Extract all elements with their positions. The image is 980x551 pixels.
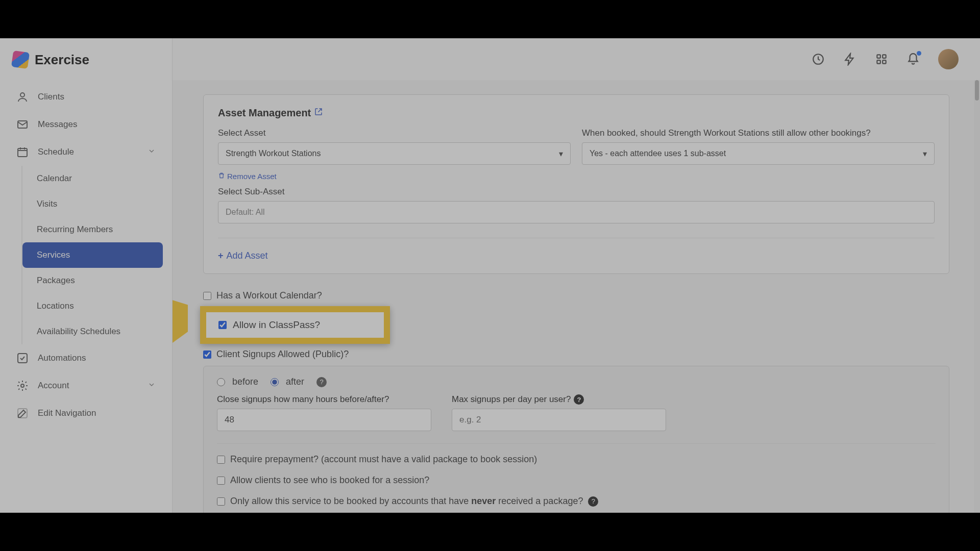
clock-icon[interactable] [812,53,825,66]
select-asset-value: Strength Workout Stations [226,149,321,158]
svg-point-4 [21,384,24,387]
svg-rect-7 [877,55,880,58]
nav-messages[interactable]: Messages [9,111,163,138]
nav-label: Locations [37,301,74,311]
content: Asset Management Select Asset Strength W… [173,80,980,513]
nav-visits[interactable]: Visits [22,191,163,217]
trash-icon [218,172,225,181]
nav-label: Visits [37,199,57,209]
caret-down-icon: ▾ [923,149,927,159]
check-square-icon [16,352,29,364]
help-icon[interactable]: ? [588,496,598,507]
nav-recurring-members[interactable]: Recurring Members [22,217,163,242]
svg-rect-5 [18,409,27,418]
svg-rect-3 [18,354,27,363]
nav-edit-navigation[interactable]: Edit Navigation [9,399,163,427]
arrow-annotation-icon [173,258,188,360]
topbar [173,38,980,80]
chevron-down-icon [148,381,156,391]
scrollbar[interactable] [974,80,980,513]
nav-services[interactable]: Services [22,242,163,268]
svg-rect-2 [18,148,27,157]
select-asset-dropdown[interactable]: Strength Workout Stations ▾ [218,142,571,165]
bolt-icon[interactable] [843,53,856,66]
caret-down-icon: ▾ [559,149,563,159]
help-icon[interactable]: ? [316,377,327,387]
classpass-label: Allow in ClassPass? [233,319,320,331]
prepayment-checkbox[interactable] [217,456,225,464]
brand: Exercise [0,38,172,83]
max-signups-input[interactable] [452,409,666,431]
nav-label: Clients [38,92,64,102]
svg-point-0 [20,93,24,97]
never-pre: Only allow this service to be booked by … [230,496,471,506]
classpass-checkbox[interactable] [218,321,227,329]
user-icon [16,91,29,103]
client-signups-label: Client Signups Allowed (Public)? [216,349,349,360]
svg-rect-8 [883,55,886,58]
svg-rect-9 [877,60,880,64]
avatar[interactable] [938,49,959,69]
booking-dropdown[interactable]: Yes - each attendee uses 1 sub-asset ▾ [582,142,935,165]
nav-availability[interactable]: Availability Schedules [22,319,163,344]
prepayment-label: Require prepayment? (account must have a… [230,454,537,465]
calendar-icon [16,146,29,158]
who-booked-row: Allow clients to see who is booked for a… [217,475,936,486]
nav-label: Schedule [38,147,74,157]
after-radio[interactable] [271,378,279,386]
workout-calendar-label: Has a Workout Calendar? [216,290,322,301]
workout-calendar-row: Has a Workout Calendar? [203,290,949,301]
nav-label: Calendar [37,173,72,184]
close-signups-label: Close signups how many hours before/afte… [217,394,431,405]
panel-title-text: Asset Management [218,107,311,119]
nav-packages[interactable]: Packages [22,268,163,293]
never-post: received a package? [496,496,583,506]
remove-asset-link[interactable]: Remove Asset [218,172,571,181]
never-package-row: Only allow this service to be booked by … [217,496,936,507]
brand-name: Exercise [35,52,89,68]
bell-icon[interactable] [906,53,920,66]
envelope-icon [16,118,29,131]
after-label: after [286,377,304,387]
before-label: before [232,377,258,387]
workout-calendar-checkbox[interactable] [203,292,211,300]
add-asset-link[interactable]: + Add Asset [218,251,268,261]
client-signups-row: Client Signups Allowed (Public)? [203,349,949,360]
help-icon[interactable]: ? [574,394,584,405]
nav-label: Messages [38,119,77,130]
external-link-icon[interactable] [314,107,323,119]
brand-logo-icon [11,51,30,69]
classpass-row: Allow in ClassPass? [200,306,390,344]
client-signups-checkbox[interactable] [203,350,211,359]
remove-asset-text: Remove Asset [227,172,277,181]
classpass-highlight: Allow in ClassPass? [200,306,949,344]
panel-title: Asset Management [218,107,935,119]
nav-account[interactable]: Account [9,372,163,399]
close-signups-input[interactable] [217,409,431,431]
select-sub-asset-input[interactable]: Default: All [218,201,935,223]
never-package-checkbox[interactable] [217,497,225,506]
before-radio[interactable] [217,378,225,386]
nav-label: Packages [37,276,75,286]
nav-clients[interactable]: Clients [9,83,163,111]
nav-label: Recurring Members [37,224,113,235]
nav-automations[interactable]: Automations [9,344,163,372]
before-after-row: before after ? [217,377,936,387]
scrollbar-thumb[interactable] [975,80,979,101]
who-booked-checkbox[interactable] [217,477,225,485]
nav-label: Availability Schedules [37,327,120,337]
nav-schedule[interactable]: Schedule [9,138,163,166]
nav-calendar[interactable]: Calendar [22,166,163,191]
apps-grid-icon[interactable] [875,53,888,66]
svg-rect-10 [883,60,886,64]
add-asset-text: Add Asset [227,251,268,261]
nav-locations[interactable]: Locations [22,293,163,319]
max-signups-text: Max signups per day per user? [452,394,571,405]
booking-question-label: When booked, should Strength Workout Sta… [582,128,935,138]
chevron-down-icon [148,147,156,158]
nav-schedule-sub: Calendar Visits Recurring Members Servic… [21,166,163,344]
nav-label: Services [37,250,70,260]
sidebar: Exercise Clients Messages Schedule [0,38,173,513]
prepayment-row: Require prepayment? (account must have a… [217,454,936,465]
signups-subpanel: before after ? Close signups how many ho… [203,366,949,513]
